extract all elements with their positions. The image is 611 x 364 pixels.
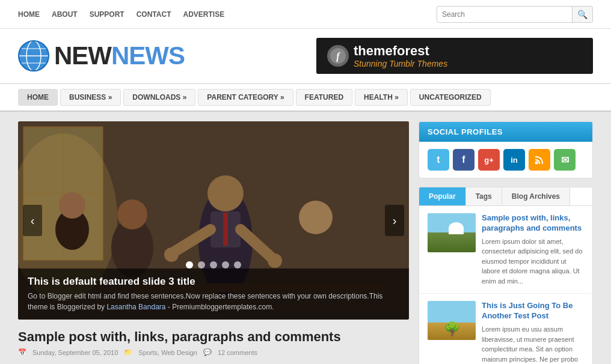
- slider-dot-1[interactable]: [186, 261, 193, 268]
- svg-rect-20: [223, 213, 228, 246]
- slider-dots: [186, 261, 241, 268]
- popular-post-1: Sample post with, links, paragraphs and …: [419, 206, 592, 294]
- article-categories: Sports, Web Design: [138, 349, 197, 356]
- slider-dot-2[interactable]: [198, 261, 205, 268]
- tab-bar: Popular Tags Blog Archives: [419, 187, 592, 206]
- ad-banner[interactable]: f themeforest Stunning Tumblr Themes: [316, 38, 593, 74]
- slider-dot-3[interactable]: [210, 261, 217, 268]
- article-meta: 📅 Sunday, September 05, 2010 📁 Sports, W…: [18, 348, 409, 356]
- top-navigation: HOME ABOUT SUPPORT CONTACT ADVERTISE 🔍: [0, 0, 611, 29]
- slider-prev-button[interactable]: ‹: [23, 205, 42, 236]
- slider-description: Go to Blogger edit html and find these s…: [28, 291, 399, 312]
- nav-home[interactable]: HOME: [18, 10, 40, 19]
- svg-point-18: [207, 175, 244, 211]
- search-box: 🔍: [437, 6, 593, 23]
- mainnav-health[interactable]: HEALTH »: [355, 89, 408, 106]
- thumbnail-2-image: [428, 301, 476, 340]
- rss-icon[interactable]: [529, 149, 550, 171]
- slider-dot-5[interactable]: [234, 261, 241, 268]
- main-navigation: HOME BUSINESS » DOWNLOADS » PARENT CATEG…: [0, 83, 611, 112]
- social-profiles-widget: SOCIAL PROFILES t f g+ in ✉: [419, 121, 593, 178]
- slider-author-link[interactable]: Lasantha Bandara: [106, 303, 165, 311]
- thumbnail-1-image: [428, 213, 476, 252]
- mainnav-home[interactable]: HOME: [18, 89, 58, 106]
- svg-point-22: [299, 201, 333, 234]
- slider-title: This is default featured slide 3 title: [28, 276, 399, 288]
- site-header: NEWNEWS f themeforest Stunning Tumblr Th…: [0, 29, 611, 83]
- linkedin-icon[interactable]: in: [503, 149, 525, 171]
- svg-point-28: [535, 162, 538, 165]
- nav-support[interactable]: SUPPORT: [90, 10, 124, 19]
- nav-advertise[interactable]: ADVERTISE: [183, 10, 224, 19]
- slider-caption: This is default featured slide 3 title G…: [18, 268, 409, 320]
- nav-contact[interactable]: CONTACT: [137, 10, 171, 19]
- article-date: Sunday, September 05, 2010: [32, 349, 118, 356]
- svg-point-16: [117, 199, 147, 229]
- search-input[interactable]: [437, 7, 572, 22]
- post-title-2[interactable]: This is Just Going To Be Another Test Po…: [482, 301, 584, 321]
- tab-popular[interactable]: Popular: [419, 187, 466, 205]
- globe-icon: [18, 40, 49, 71]
- sidebar: SOCIAL PROFILES t f g+ in ✉ Popular: [419, 121, 593, 364]
- tab-blog-archives[interactable]: Blog Archives: [502, 187, 570, 205]
- slider-dot-4[interactable]: [222, 261, 229, 268]
- logo-news: NEWS: [111, 41, 185, 70]
- ad-site-name: themeforest: [354, 43, 447, 59]
- nav-about[interactable]: ABOUT: [52, 10, 78, 19]
- mainnav-business[interactable]: BUSINESS »: [60, 89, 121, 106]
- folder-icon: 📁: [124, 348, 132, 356]
- comment-icon: 💬: [203, 348, 212, 356]
- popular-post-2: This is Just Going To Be Another Test Po…: [419, 294, 592, 364]
- mainnav-featured[interactable]: FEATURED: [296, 89, 352, 106]
- article-title: Sample post with, links, paragraphs and …: [18, 329, 409, 345]
- svg-point-14: [59, 192, 85, 219]
- top-nav-links: HOME ABOUT SUPPORT CONTACT ADVERTISE: [18, 10, 224, 19]
- mainnav-downloads[interactable]: DOWNLOADS »: [123, 89, 195, 106]
- themeforest-icon: f: [327, 45, 349, 67]
- tabs-widget: Popular Tags Blog Archives Sample post w…: [419, 187, 593, 364]
- main-column: ‹ › This is default featured slide 3 tit…: [18, 121, 409, 364]
- search-button[interactable]: 🔍: [572, 7, 592, 22]
- facebook-icon[interactable]: f: [453, 149, 474, 171]
- content-wrapper: ‹ › This is default featured slide 3 tit…: [0, 112, 611, 364]
- post-excerpt-2: Lorem ipsum eu usu assum liberavisse, ut…: [482, 324, 584, 364]
- google-plus-icon[interactable]: g+: [478, 149, 500, 171]
- social-profiles-title: SOCIAL PROFILES: [419, 122, 592, 142]
- mainnav-parent-category[interactable]: PARENT CATEGORY »: [198, 89, 293, 106]
- post-title-1[interactable]: Sample post with, links, paragraphs and …: [482, 213, 584, 234]
- twitter-icon[interactable]: t: [428, 149, 449, 171]
- logo-text: NEWNEWS: [54, 43, 185, 68]
- svg-point-26: [268, 253, 282, 268]
- post-info-2: This is Just Going To Be Another Test Po…: [482, 301, 584, 364]
- svg-point-25: [164, 247, 179, 262]
- post-thumb-2: [428, 301, 476, 340]
- post-info-1: Sample post with, links, paragraphs and …: [482, 213, 584, 286]
- ad-tagline: Stunning Tumblr Themes: [354, 59, 447, 68]
- tab-tags[interactable]: Tags: [466, 187, 502, 205]
- site-logo[interactable]: NEWNEWS: [18, 40, 185, 71]
- post-thumb-1: [428, 213, 476, 252]
- ad-content: themeforest Stunning Tumblr Themes: [354, 43, 447, 68]
- article-comments: 12 comments: [218, 349, 257, 356]
- mainnav-uncategorized[interactable]: UNCATEGORIZED: [410, 89, 491, 106]
- email-icon[interactable]: ✉: [554, 149, 576, 171]
- slider-author-suffix: - Premiumbloggertemplates.com.: [168, 303, 274, 311]
- slider-next-button[interactable]: ›: [385, 205, 404, 236]
- featured-slider: ‹ › This is default featured slide 3 tit…: [18, 121, 409, 320]
- social-icons-list: t f g+ in ✉: [419, 142, 592, 178]
- post-excerpt-1: Lorem ipsum dolor sit amet, consectetur …: [482, 237, 584, 287]
- calendar-icon: 📅: [18, 348, 26, 356]
